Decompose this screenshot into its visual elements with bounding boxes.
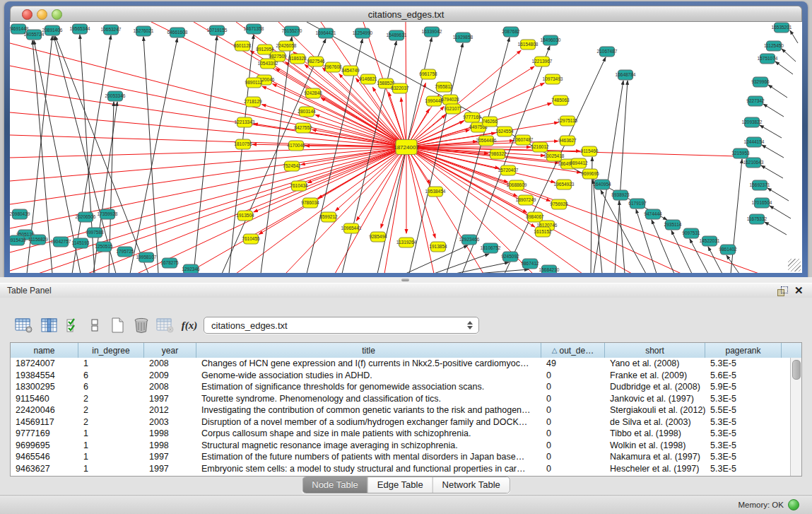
vertical-scrollbar[interactable]	[790, 358, 801, 476]
cell-name[interactable]: 14569117	[11, 416, 78, 428]
graph-node-teal[interactable]: 10719155	[207, 25, 228, 35]
graph-node-teal[interactable]: 20206506	[76, 212, 96, 222]
graph-node-yellow[interactable]: 1913854	[429, 242, 447, 252]
graph-node-teal[interactable]: 14522031	[700, 236, 720, 246]
graph-node-teal[interactable]: 11156829	[28, 235, 48, 245]
cell-year[interactable]: 2009	[144, 370, 196, 382]
cell-pagerank[interactable]: 5.9E-5	[705, 381, 782, 393]
cell-short[interactable]: de Silva et al. (2003)	[605, 416, 705, 428]
graph-node-yellow[interactable]: 11319264	[396, 238, 417, 247]
cell-year[interactable]: 1997	[144, 463, 196, 475]
graph-node-yellow[interactable]: 9894412	[570, 158, 588, 168]
cell-title[interactable]: Structural magnetic resonance image aver…	[196, 440, 541, 452]
graph-node-yellow[interactable]: 8427552	[294, 123, 312, 133]
graph-node-yellow[interactable]: 6794028	[441, 95, 459, 105]
graph-node-teal[interactable]: 20053346	[105, 91, 126, 101]
table-selector-dropdown[interactable]: citations_edges.txt	[204, 317, 479, 334]
network-canvas[interactable]: 2469144814055724208914061956534410653247…	[10, 21, 802, 273]
graph-node-teal[interactable]: 9329966	[751, 77, 770, 87]
graph-node-yellow[interactable]: 6961758	[419, 69, 437, 79]
new-table-icon[interactable]	[106, 315, 129, 336]
graph-node-teal[interactable]: 20980439	[10, 209, 30, 219]
network-window-frame[interactable]: citations_edges.txt 24691448140557242089…	[4, 1, 808, 277]
column-select-icon[interactable]	[38, 315, 61, 336]
cell-title[interactable]: Investigating the contribution of common…	[196, 404, 541, 416]
graph-node-teal[interactable]: 14671358	[244, 24, 264, 34]
cell-name[interactable]: 18724007	[11, 358, 78, 370]
cell-out_degree[interactable]: 0	[541, 451, 605, 463]
graph-node-yellow[interactable]: 9890112	[245, 78, 263, 88]
cell-year[interactable]: 1997	[144, 451, 196, 463]
graph-node-teal[interactable]: 1250515	[95, 242, 113, 252]
cell-year[interactable]: 2012	[144, 404, 196, 416]
resize-grip[interactable]	[788, 259, 801, 271]
cell-year[interactable]: 1997	[144, 393, 196, 405]
graph-node-teal[interactable]: 64661608	[167, 28, 188, 37]
cell-in_degree[interactable]: 1	[78, 358, 144, 370]
memory-status-icon[interactable]	[788, 499, 799, 510]
graph-node-teal[interactable]: 17359928	[98, 209, 118, 219]
cell-name[interactable]: 9699695	[11, 440, 78, 452]
graph-node-yellow[interactable]: 9242848	[304, 88, 322, 98]
tab-edge-table[interactable]: Edge Table	[368, 477, 433, 493]
graph-node-teal[interactable]: 1292346	[182, 264, 200, 273]
graph-node-yellow[interactable]: 7485063	[551, 95, 570, 105]
cell-title[interactable]: Estimation of significance thresholds fo…	[196, 381, 541, 393]
graph-node-yellow[interactable]: 16154808	[518, 40, 539, 49]
cell-short[interactable]: Nakamura et al. (1997)	[605, 451, 705, 463]
graph-node-teal[interactable]: 1795725	[116, 247, 134, 257]
graph-node-yellow[interactable]: 2718129	[244, 97, 262, 107]
graph-node-yellow[interactable]: 9756928	[550, 199, 568, 209]
graph-node-teal[interactable]: 12444154	[744, 137, 765, 147]
cell-pagerank[interactable]: 5.3E-5	[705, 440, 782, 452]
cell-out_degree[interactable]: 0	[541, 416, 605, 428]
cell-pagerank[interactable]: 5.6E-5	[705, 370, 782, 382]
graph-node-yellow[interactable]: 8322037	[391, 83, 409, 93]
cell-year[interactable]: 2008	[144, 358, 196, 370]
graph-node-teal[interactable]: 15751074	[758, 54, 778, 64]
cell-in_degree[interactable]: 2	[78, 404, 144, 416]
cell-title[interactable]: Tourette syndrome. Phenomenology and cla…	[196, 393, 541, 405]
cell-in_degree[interactable]: 1	[78, 440, 144, 452]
graph-node-teal[interactable]: 10653247	[101, 25, 122, 35]
graph-node-teal[interactable]: 18496030	[541, 35, 561, 45]
cell-short[interactable]: Hescheler et al. (1997)	[605, 463, 705, 475]
graph-node-teal[interactable]: 9245092	[501, 252, 519, 262]
table-row[interactable]: 946362711997Embryonic stem cells: a mode…	[11, 463, 791, 475]
cell-short[interactable]: Franke et al. (2009)	[605, 370, 705, 382]
graph-node-teal[interactable]: 11125450	[764, 41, 784, 51]
cell-year[interactable]: 2003	[144, 416, 196, 428]
cell-short[interactable]: Stergiakouli et al. (2012)	[605, 404, 705, 416]
graph-node-yellow[interactable]: 8601128	[234, 41, 252, 51]
cell-out_degree[interactable]: 49	[541, 358, 605, 370]
cell-out_degree[interactable]: 0	[541, 393, 605, 405]
cell-pagerank[interactable]: 5.3E-5	[705, 451, 782, 463]
table-row[interactable]: 1938455462009Genome-wide association stu…	[11, 370, 791, 382]
cell-short[interactable]: Dudbridge et al. (2008)	[605, 381, 705, 393]
graph-node-teal[interactable]: 17016504	[752, 198, 772, 208]
column-header-out_degree[interactable]: △out_de…	[541, 343, 605, 358]
graph-node-yellow[interactable]: 1624554	[495, 127, 514, 136]
graph-node-teal[interactable]: 16210643	[743, 158, 764, 168]
graph-node-teal[interactable]: 19565344	[70, 24, 90, 34]
graph-node-yellow[interactable]: 7524542	[283, 161, 301, 171]
graph-node-yellow[interactable]: 18907249	[516, 195, 536, 205]
graph-node-teal[interactable]: 1678275	[160, 258, 179, 268]
table-row[interactable]: 911546021997Tourette syndrome. Phenomeno…	[11, 393, 791, 405]
tab-node-table[interactable]: Node Table	[302, 477, 368, 493]
cell-in_degree[interactable]: 1	[78, 463, 144, 475]
cell-out_degree[interactable]: 0	[541, 428, 605, 440]
graph-node-teal[interactable]: 16535201	[772, 23, 792, 33]
graph-node-teal[interactable]: 12093822	[742, 117, 763, 127]
graph-node-yellow[interactable]: 9285494	[369, 232, 387, 242]
graph-node-yellow[interactable]: 18724007	[394, 140, 419, 155]
cell-out_degree[interactable]: 0	[541, 381, 605, 393]
graph-node-teal[interactable]: 15276021	[134, 26, 154, 36]
split-pane-handle[interactable]	[401, 279, 409, 281]
graph-node-yellow[interactable]: 9115460	[581, 146, 599, 156]
graph-node-yellow[interactable]: 7986322	[488, 149, 507, 159]
graph-node-yellow[interactable]: 2803144	[298, 107, 316, 117]
cell-in_degree[interactable]: 6	[78, 370, 144, 382]
graph-node-teal[interactable]: 11254990	[353, 28, 373, 38]
graph-node-teal[interactable]: 2935114	[664, 220, 682, 230]
